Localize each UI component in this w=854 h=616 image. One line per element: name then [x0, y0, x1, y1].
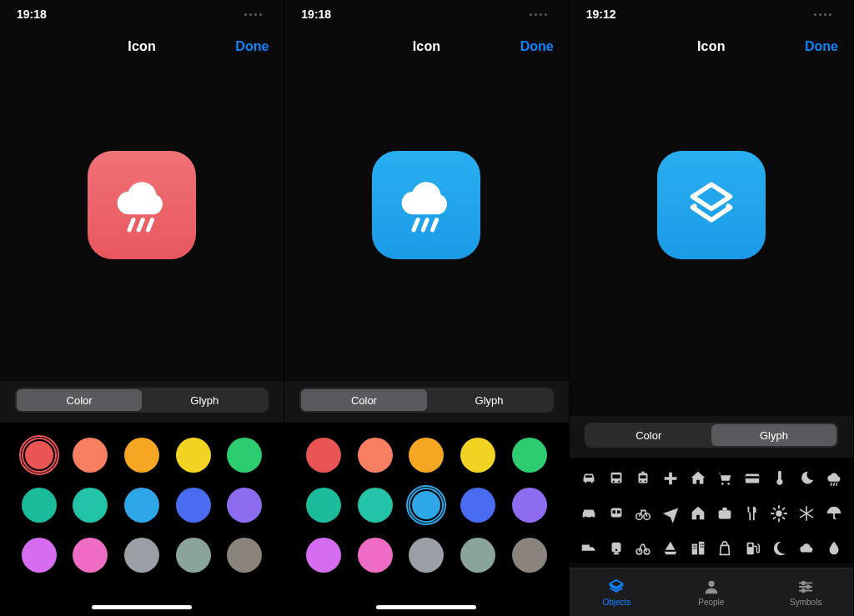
- svg-point-32: [585, 516, 586, 518]
- cellular-dots-icon: [530, 13, 547, 16]
- color-swatch[interactable]: [358, 488, 393, 523]
- plus-icon[interactable]: [660, 468, 681, 489]
- color-swatch[interactable]: [22, 488, 57, 523]
- moon-icon[interactable]: [768, 538, 790, 559]
- segment-color[interactable]: Color: [17, 389, 142, 411]
- status-indicators: [530, 13, 557, 16]
- tab-symbols[interactable]: Symbols: [759, 568, 853, 616]
- screen-3: 19:12 Icon Done Color Glyph: [570, 0, 854, 616]
- color-swatch[interactable]: [460, 538, 495, 573]
- svg-line-31: [836, 483, 836, 486]
- sun-icon[interactable]: [768, 503, 790, 524]
- color-swatch[interactable]: [227, 538, 262, 573]
- color-swatch[interactable]: [460, 488, 495, 523]
- svg-rect-63: [695, 548, 696, 548]
- umbrella-icon[interactable]: [823, 503, 845, 524]
- sailboat-icon[interactable]: [660, 538, 681, 559]
- cloud-icon[interactable]: [796, 538, 817, 559]
- svg-line-10: [424, 219, 428, 230]
- raincloud-icon[interactable]: [823, 468, 845, 489]
- color-swatch[interactable]: [358, 538, 393, 573]
- color-swatch[interactable]: [512, 438, 547, 473]
- card-icon[interactable]: [741, 468, 763, 489]
- tab-people[interactable]: People: [664, 568, 758, 616]
- color-swatch[interactable]: [227, 488, 262, 523]
- segment-glyph[interactable]: Glyph: [711, 424, 836, 446]
- svg-rect-66: [700, 546, 701, 547]
- airplane-icon[interactable]: [660, 503, 681, 524]
- cellular-dots-icon: [814, 13, 831, 16]
- drop-icon[interactable]: [823, 538, 845, 559]
- segment-color[interactable]: Color: [301, 389, 426, 411]
- tram-icon[interactable]: [632, 468, 654, 489]
- home2-icon[interactable]: [687, 503, 709, 524]
- truck-icon[interactable]: [578, 538, 600, 559]
- segment-glyph[interactable]: Glyph: [142, 389, 267, 411]
- bicycle-icon[interactable]: [632, 503, 654, 524]
- briefcase-icon[interactable]: [714, 503, 736, 524]
- color-swatch[interactable]: [73, 438, 108, 473]
- color-swatch[interactable]: [306, 538, 341, 573]
- glyph-category-tabs: Objects People Symbols: [570, 568, 853, 616]
- segment-glyph[interactable]: Glyph: [427, 389, 552, 411]
- svg-point-52: [584, 551, 586, 553]
- done-button[interactable]: Done: [235, 39, 269, 54]
- bag-icon[interactable]: [714, 538, 736, 559]
- segmented-control: Color Glyph: [0, 381, 284, 423]
- house-icon[interactable]: [687, 468, 709, 489]
- nav-bar: Icon Done: [284, 28, 568, 65]
- page-title: Icon: [697, 39, 726, 54]
- svg-rect-35: [612, 510, 615, 513]
- car2-icon[interactable]: [578, 503, 600, 524]
- done-button[interactable]: Done: [805, 39, 838, 54]
- color-swatch[interactable]: [306, 488, 341, 523]
- color-swatch[interactable]: [409, 488, 444, 523]
- color-swatch[interactable]: [176, 488, 211, 523]
- thermometer-icon[interactable]: [768, 468, 790, 489]
- color-swatch[interactable]: [73, 488, 108, 523]
- screen-2: 19:18 Icon Done: [284, 0, 569, 616]
- color-swatch[interactable]: [124, 488, 159, 523]
- car-icon[interactable]: [578, 468, 600, 489]
- color-swatch[interactable]: [306, 438, 341, 473]
- color-swatch[interactable]: [460, 438, 495, 473]
- bus-icon[interactable]: [605, 468, 627, 489]
- color-swatch[interactable]: [358, 438, 393, 473]
- status-time: 19:18: [301, 8, 331, 21]
- color-swatch[interactable]: [409, 438, 444, 473]
- color-swatch[interactable]: [512, 538, 547, 573]
- svg-line-4: [138, 219, 143, 230]
- color-swatch[interactable]: [409, 538, 444, 573]
- cart-icon[interactable]: [714, 468, 736, 489]
- icon-preview-tile: [372, 151, 480, 259]
- color-swatch[interactable]: [73, 538, 108, 573]
- tab-objects[interactable]: Objects: [570, 568, 664, 616]
- status-time: 19:18: [17, 8, 47, 21]
- icon-preview: [0, 65, 284, 344]
- svg-point-33: [590, 516, 592, 518]
- svg-rect-59: [698, 542, 703, 555]
- color-swatch[interactable]: [512, 488, 547, 523]
- segment-color[interactable]: Color: [586, 424, 711, 446]
- color-swatch[interactable]: [124, 438, 159, 473]
- color-swatch[interactable]: [22, 538, 57, 573]
- done-button[interactable]: Done: [520, 39, 554, 54]
- color-swatch[interactable]: [227, 438, 262, 473]
- buildings-icon[interactable]: [687, 538, 709, 559]
- color-swatch[interactable]: [22, 438, 57, 473]
- home-indicator[interactable]: [284, 598, 568, 616]
- color-swatch[interactable]: [176, 438, 211, 473]
- svg-point-26: [727, 483, 730, 485]
- home-indicator[interactable]: [0, 598, 284, 616]
- segmented-control: Color Glyph: [284, 381, 568, 423]
- moon-partial-icon[interactable]: [796, 468, 817, 489]
- svg-rect-18: [612, 474, 620, 478]
- fuelpump-icon[interactable]: [741, 538, 763, 559]
- color-swatch[interactable]: [176, 538, 211, 573]
- fork-knife-icon[interactable]: [741, 503, 763, 524]
- train-icon[interactable]: [605, 538, 627, 559]
- snowflake-icon[interactable]: [796, 503, 817, 524]
- color-swatch[interactable]: [124, 538, 159, 573]
- bus2-icon[interactable]: [605, 503, 627, 524]
- bike2-icon[interactable]: [632, 538, 654, 559]
